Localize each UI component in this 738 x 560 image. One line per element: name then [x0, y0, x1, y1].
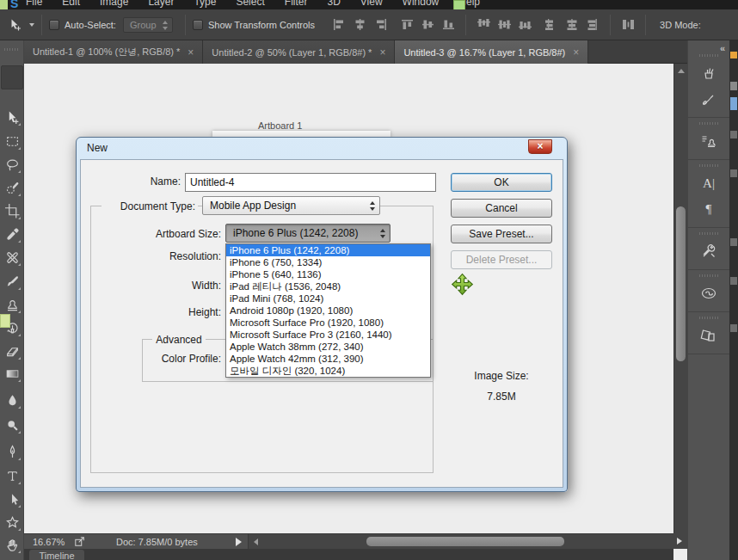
tool-options-panel-icon[interactable] — [688, 238, 729, 264]
auto-select-target-dropdown[interactable]: Group — [123, 17, 173, 33]
menu-edit[interactable]: Edit — [62, 0, 80, 9]
tab-untitled-2[interactable]: Untitled-2 @ 50% (Layer 1, RGB/8#) * × — [203, 40, 395, 64]
distribute-bottom-edges-icon[interactable] — [515, 16, 534, 34]
artboard-size-option[interactable]: Android 1080p (1920, 1080) — [226, 305, 430, 317]
rectangular-marquee-tool[interactable] — [2, 131, 22, 151]
artboard-size-dropdown[interactable]: iPhone 6 Plus (1242, 2208) — [225, 224, 391, 243]
menu-layer[interactable]: Layer — [148, 0, 174, 9]
artboard-size-option[interactable]: Apple Watch 38mm (272, 340) — [226, 341, 430, 353]
artboard-size-option[interactable]: iPad 레티나 (1536, 2048) — [226, 280, 430, 292]
panel-grip[interactable] — [4, 48, 20, 51]
hand-tool[interactable] — [2, 534, 22, 555]
vertical-scrollbar-thumb[interactable] — [676, 206, 686, 361]
paragraph-panel-icon[interactable]: ¶ — [688, 196, 729, 222]
artboard-size-option[interactable]: 모바일 디자인 (320, 1024) — [226, 365, 430, 377]
move-tool[interactable] — [2, 107, 22, 127]
timeline-tab[interactable]: Timeline — [29, 550, 84, 560]
blur-tool[interactable] — [2, 390, 22, 410]
ok-button[interactable]: OK — [451, 173, 552, 192]
artboard-size-option[interactable]: iPhone 5 (640, 1136) — [226, 268, 430, 280]
menu-type[interactable]: Type — [194, 0, 216, 9]
artboard-size-option[interactable]: iPhone 6 (750, 1334) — [226, 256, 430, 268]
align-right-edges-icon[interactable] — [371, 16, 390, 34]
close-tab-icon[interactable]: × — [573, 48, 579, 57]
clone-stamp-tool[interactable] — [2, 294, 22, 315]
menu-file[interactable]: File — [26, 0, 42, 9]
artboard-size-option[interactable]: Microsoft Surface Pro 3 (2160, 1440) — [226, 329, 430, 341]
auto-select-checkbox[interactable] — [49, 20, 59, 30]
status-menu-arrow-icon[interactable] — [236, 538, 242, 546]
clone-source-panel-icon[interactable] — [688, 128, 729, 154]
close-tab-icon[interactable]: × — [379, 48, 385, 57]
type-tool[interactable] — [2, 465, 22, 486]
tool-preset-caret-icon[interactable] — [29, 23, 34, 27]
eyedropper-tool[interactable] — [2, 224, 22, 244]
scroll-left-icon[interactable] — [254, 538, 258, 545]
menu-select[interactable]: Select — [236, 0, 264, 9]
lasso-tool[interactable] — [2, 154, 22, 175]
menu-3d[interactable]: 3D — [327, 0, 340, 9]
creative-cloud-panel-icon[interactable] — [688, 280, 729, 306]
vertical-scrollbar[interactable] — [673, 64, 687, 533]
panel-grip[interactable] — [699, 164, 718, 167]
align-horizontal-centers-icon[interactable] — [350, 16, 369, 34]
artboard-size-option-selected[interactable]: iPhone 6 Plus (1242, 2208) — [226, 244, 430, 256]
align-left-edges-icon[interactable] — [329, 16, 348, 34]
name-input[interactable] — [185, 173, 436, 192]
artboard-size-option[interactable]: Microsoft Surface Pro (1920, 1080) — [226, 317, 430, 329]
align-bottom-edges-icon[interactable] — [439, 16, 458, 34]
panel-grip[interactable] — [699, 122, 718, 125]
tool-presets-panel-icon[interactable] — [688, 86, 729, 112]
distribute-vertical-centers-icon[interactable] — [495, 16, 514, 34]
artboard-label[interactable]: Artboard 1 — [258, 120, 302, 131]
tab-untitled-3[interactable]: Untitled-3 @ 16.7% (Layer 1, RGB/8#) × — [395, 40, 588, 64]
dialog-close-button[interactable]: × — [528, 139, 552, 154]
align-top-edges-icon[interactable] — [397, 16, 416, 34]
share-export-icon[interactable] — [74, 536, 86, 549]
artboard-size-option[interactable]: Apple Watch 42mm (312, 390) — [226, 353, 430, 365]
scroll-up-icon[interactable] — [678, 69, 685, 73]
menu-view[interactable]: View — [360, 0, 383, 9]
move-tool-preset-icon[interactable] — [6, 16, 25, 34]
character-panel-icon[interactable]: A| — [688, 170, 729, 196]
spot-healing-brush-tool[interactable] — [2, 247, 22, 268]
distribute-top-edges-icon[interactable] — [474, 16, 493, 34]
menu-filter[interactable]: Filter — [285, 0, 308, 9]
show-transform-checkbox[interactable] — [193, 20, 203, 30]
brush-presets-panel-icon[interactable] — [688, 60, 729, 86]
tab-untitled-1[interactable]: Untitled-1 @ 100% (안녕, RGB/8) * × — [24, 40, 203, 64]
menu-image[interactable]: Image — [100, 0, 128, 9]
measurement-log-panel-icon[interactable] — [688, 323, 729, 348]
distribute-right-edges-icon[interactable] — [583, 16, 602, 34]
eraser-tool[interactable] — [2, 341, 22, 361]
distribute-spacing-icon[interactable] — [618, 16, 637, 34]
horizontal-scrollbar-thumb[interactable] — [366, 537, 564, 546]
close-tab-icon[interactable]: × — [188, 48, 194, 57]
panel-grip[interactable] — [699, 54, 718, 57]
align-vertical-centers-icon[interactable] — [418, 16, 437, 34]
expand-panels-icon[interactable]: « — [720, 43, 725, 53]
dodge-tool[interactable] — [2, 415, 22, 435]
document-type-dropdown[interactable]: Mobile App Design — [202, 196, 380, 215]
panel-grip[interactable] — [699, 317, 718, 319]
panel-grip[interactable] — [699, 274, 718, 277]
distribute-left-edges-icon[interactable] — [542, 16, 561, 34]
zoom-level-field[interactable]: 16.67% — [33, 537, 65, 547]
menu-window[interactable]: Window — [403, 0, 440, 9]
save-preset-button[interactable]: Save Preset... — [451, 225, 552, 243]
path-selection-tool[interactable] — [2, 489, 22, 509]
document-info-field[interactable]: Doc: 7.85M/0 bytes — [116, 537, 198, 547]
panel-grip[interactable] — [699, 232, 718, 235]
zoom-tool[interactable] — [2, 555, 22, 560]
custom-shape-tool[interactable] — [2, 512, 22, 532]
pen-tool[interactable] — [2, 441, 22, 462]
distribute-horizontal-centers-icon[interactable] — [563, 16, 581, 34]
cancel-button[interactable]: Cancel — [451, 199, 552, 218]
horizontal-scrollbar[interactable] — [248, 534, 673, 549]
scroll-right-icon[interactable] — [677, 538, 682, 545]
gradient-tool[interactable] — [2, 363, 22, 384]
brush-tool[interactable] — [2, 271, 22, 292]
advanced-label[interactable]: Advanced — [152, 334, 206, 346]
quick-selection-tool[interactable] — [2, 177, 22, 198]
crop-tool[interactable] — [2, 200, 22, 221]
